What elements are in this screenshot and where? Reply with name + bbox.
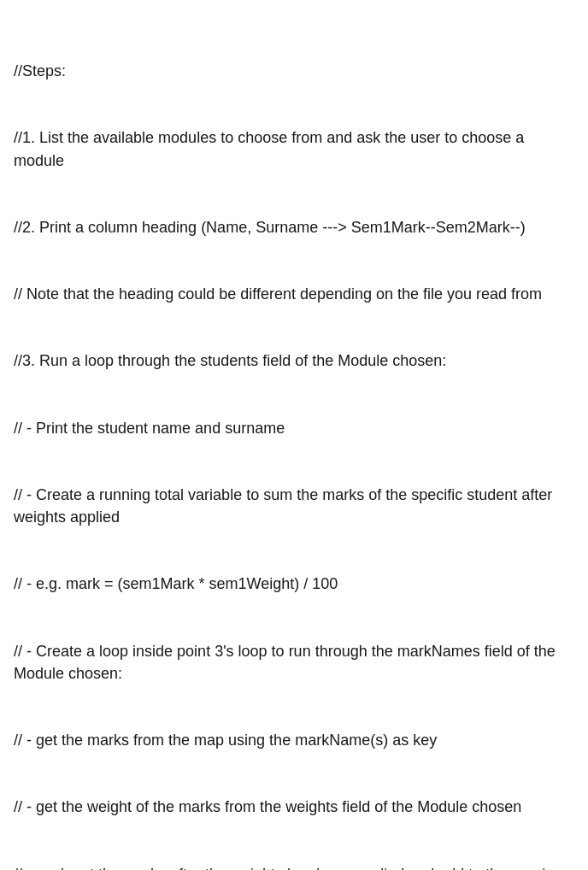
line-2: //2. Print a column heading (Name, Surna… <box>14 216 574 238</box>
line-0: //Steps: <box>14 60 574 82</box>
line-4: //3. Run a loop through the students fie… <box>14 350 574 372</box>
line-3: // Note that the heading could be differ… <box>14 283 574 305</box>
line-1: //1. List the available modules to choos… <box>14 126 574 171</box>
line-8: // - Create a loop inside point 3's loop… <box>14 640 574 685</box>
line-10: // - get the weight of the marks from th… <box>14 796 574 818</box>
line-6: // - Create a running total variable to … <box>14 484 574 528</box>
line-9: // - get the marks from the map using th… <box>14 729 574 751</box>
line-5: // - Print the student name and surname <box>14 417 574 439</box>
line-11: // - work out the marks after the weight… <box>14 863 574 870</box>
line-7: // - e.g. mark = (sem1Mark * sem1Weight)… <box>14 573 574 595</box>
code-comment-block: //Steps: //1. List the available modules… <box>14 15 574 870</box>
